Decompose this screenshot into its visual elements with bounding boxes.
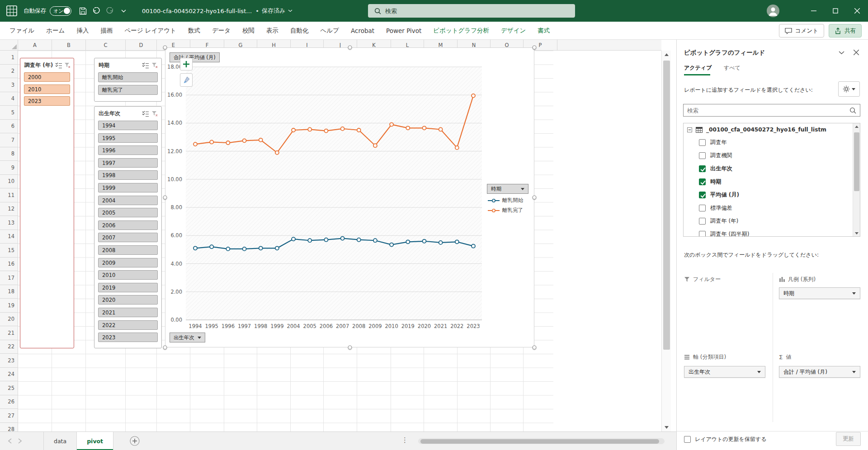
- axis-area[interactable]: 出生年次: [684, 366, 765, 380]
- document-filename[interactable]: 00100-cfa-00450272-hyo16-full-list…: [142, 8, 252, 14]
- pane-close-icon[interactable]: [854, 50, 859, 56]
- ribbon-tab-8[interactable]: 表示: [260, 22, 284, 40]
- slicer-item[interactable]: 2004: [98, 196, 158, 205]
- field-checkbox[interactable]: [699, 139, 706, 146]
- slicer-item[interactable]: 2000: [24, 72, 70, 82]
- legend-area[interactable]: 時期: [779, 287, 860, 302]
- tab-active-fields[interactable]: アクティブ: [684, 64, 712, 72]
- area-field-chip[interactable]: 出生年次: [684, 366, 765, 378]
- tab-all-fields[interactable]: すべて: [724, 64, 741, 72]
- values-area[interactable]: 合計 / 平均値 (月): [779, 366, 860, 380]
- field-checkbox[interactable]: [699, 152, 706, 159]
- chart-selection-handle[interactable]: [163, 196, 167, 200]
- vertical-scrollbar-thumb[interactable]: [663, 61, 670, 350]
- field-checkbox[interactable]: [699, 218, 706, 225]
- column-header-C[interactable]: C: [86, 40, 126, 51]
- ribbon-tab-0[interactable]: ファイル: [4, 22, 40, 40]
- slicer-item[interactable]: 2009: [98, 258, 158, 267]
- column-header-A[interactable]: A: [18, 40, 52, 51]
- sheet-tab-data[interactable]: data: [43, 432, 77, 450]
- field-item[interactable]: 出生年次: [684, 162, 852, 175]
- slicer-item[interactable]: 離乳完了: [98, 85, 158, 95]
- field-list-scrollbar[interactable]: [853, 123, 860, 236]
- ribbon-tab-3[interactable]: 描画: [94, 22, 118, 40]
- slicer-item[interactable]: 1997: [98, 158, 158, 168]
- row-header-18[interactable]: 18: [0, 285, 18, 299]
- slicer-item[interactable]: 1995: [98, 133, 158, 143]
- slicer-item[interactable]: 1999: [98, 183, 158, 192]
- account-avatar[interactable]: [767, 5, 779, 19]
- field-list[interactable]: − _00100_cfa_00450272_hyo16_full_listm 調…: [683, 123, 860, 237]
- horizontal-scrollbar[interactable]: [418, 438, 665, 444]
- slicer-birth-year[interactable]: 出生年次 19941995199619971998199920042005200…: [94, 106, 162, 348]
- save-button[interactable]: [76, 4, 90, 18]
- slicer-item[interactable]: 2007: [98, 233, 158, 242]
- scroll-up-arrow[interactable]: [853, 123, 860, 130]
- pivot-chart[interactable]: 0.002.004.006.008.0010.0012.0014.0016.00…: [165, 47, 534, 347]
- chart-selection-handle[interactable]: [348, 346, 352, 350]
- titlebar-search[interactable]: [368, 4, 575, 18]
- slicer-survey-year[interactable]: 調査年 (年) 200020102023: [20, 58, 74, 348]
- slicer-item[interactable]: 1998: [98, 170, 158, 180]
- field-item[interactable]: 調査年: [684, 136, 852, 149]
- row-header-19[interactable]: 19: [0, 299, 18, 313]
- area-field-chip[interactable]: 時期: [779, 287, 860, 299]
- scroll-down-arrow[interactable]: [853, 230, 860, 236]
- row-header-26[interactable]: 26: [0, 395, 18, 409]
- chart-selection-handle[interactable]: [533, 46, 537, 50]
- row-header-21[interactable]: 21: [0, 326, 18, 340]
- field-item[interactable]: 調査年 (四半期): [684, 228, 852, 237]
- excel-app-icon[interactable]: [6, 5, 17, 16]
- field-checkbox[interactable]: [699, 231, 706, 237]
- chart-elements-button[interactable]: [180, 58, 193, 70]
- row-header-23[interactable]: 23: [0, 354, 18, 368]
- slicer-item[interactable]: 2019: [98, 283, 158, 292]
- field-item[interactable]: 調査機関: [684, 149, 852, 162]
- ribbon-tab-14[interactable]: デザイン: [495, 22, 532, 40]
- row-header-22[interactable]: 22: [0, 340, 18, 354]
- pane-options-chevron[interactable]: [839, 50, 844, 56]
- vertical-scrollbar[interactable]: [661, 51, 671, 431]
- clear-filter-icon[interactable]: [151, 62, 158, 69]
- slicer-item[interactable]: 2006: [98, 220, 158, 230]
- row-header-6[interactable]: 6: [0, 120, 18, 134]
- scroll-up-arrow[interactable]: [662, 51, 671, 59]
- ribbon-tab-12[interactable]: Power Pivot: [380, 22, 427, 40]
- sheetbar-splitter-icon[interactable]: ⋮: [401, 436, 408, 444]
- slicer-item[interactable]: 2020: [98, 295, 158, 305]
- slicer-item[interactable]: 2023: [24, 96, 70, 106]
- field-item[interactable]: 標準偏差: [684, 202, 852, 215]
- multi-select-icon[interactable]: [142, 111, 149, 117]
- tools-gear-button[interactable]: [838, 81, 860, 97]
- chart-selection-handle[interactable]: [163, 46, 167, 50]
- row-header-25[interactable]: 25: [0, 381, 18, 395]
- slicer-item[interactable]: 1994: [98, 121, 158, 130]
- new-sheet-button[interactable]: [130, 436, 140, 446]
- maximize-button[interactable]: [825, 0, 846, 22]
- collapse-icon[interactable]: −: [687, 127, 692, 132]
- sheet-tab-pivot[interactable]: pivot: [77, 432, 113, 450]
- clear-filter-icon[interactable]: [64, 62, 70, 69]
- row-header-11[interactable]: 11: [0, 188, 18, 202]
- row-header-24[interactable]: 24: [0, 368, 18, 382]
- slicer-item[interactable]: 2010: [24, 84, 70, 94]
- slicer-item[interactable]: 2010: [98, 270, 158, 280]
- column-header-D[interactable]: D: [126, 40, 157, 51]
- redo-button[interactable]: [103, 4, 117, 18]
- quick-access-dropdown[interactable]: [117, 4, 130, 18]
- slicer-item[interactable]: 2023: [98, 333, 158, 342]
- row-header-17[interactable]: 17: [0, 271, 18, 285]
- defer-layout-checkbox[interactable]: [684, 436, 691, 443]
- field-checkbox[interactable]: [699, 192, 706, 198]
- row-header-8[interactable]: 8: [0, 147, 18, 161]
- multi-select-icon[interactable]: [142, 62, 149, 69]
- slicer-item[interactable]: 2022: [98, 320, 158, 330]
- field-checkbox[interactable]: [699, 165, 706, 172]
- slicer-item[interactable]: 2005: [98, 208, 158, 217]
- row-header-3[interactable]: 3: [0, 78, 18, 92]
- row-header-5[interactable]: 5: [0, 106, 18, 120]
- row-header-10[interactable]: 10: [0, 175, 18, 189]
- column-header-B[interactable]: B: [52, 40, 86, 51]
- row-header-13[interactable]: 13: [0, 216, 18, 230]
- field-checkbox[interactable]: [699, 178, 706, 185]
